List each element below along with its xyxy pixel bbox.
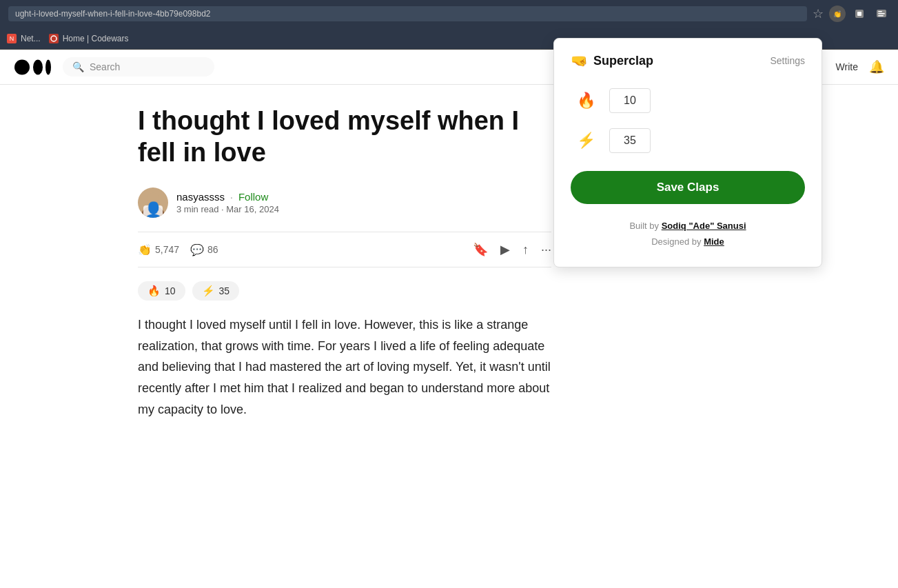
designed-by-name-link[interactable]: Mide bbox=[704, 236, 724, 247]
main-content: I thought I loved myself when I fell in … bbox=[0, 85, 620, 420]
extension-icon-2[interactable] bbox=[851, 6, 868, 22]
svg-point-11 bbox=[45, 59, 51, 74]
write-button[interactable]: Write bbox=[836, 61, 858, 72]
article-title: I thought I loved myself when I fell in … bbox=[138, 105, 551, 168]
save-claps-button[interactable]: Save Claps bbox=[571, 171, 805, 204]
notification-bell-icon[interactable]: 🔔 bbox=[869, 59, 884, 74]
bolt-clap-badge[interactable]: ⚡ 35 bbox=[192, 281, 240, 301]
bolt-icon: ⚡ bbox=[577, 132, 595, 150]
bolt-clap-button[interactable]: ⚡ bbox=[571, 125, 601, 156]
author-name-row: nasyassss · Follow bbox=[176, 191, 279, 203]
claps-stat[interactable]: 👏 5,747 bbox=[138, 243, 179, 256]
article-body: I thought I loved myself until I fell in… bbox=[138, 314, 551, 420]
fire-clap-button[interactable]: 🔥 bbox=[571, 85, 601, 116]
superclap-title: Superclap bbox=[593, 54, 653, 68]
superclap-logo-icon: 🤜 bbox=[571, 52, 588, 69]
bolt-clap-input[interactable] bbox=[609, 128, 651, 153]
read-time: 3 min read bbox=[176, 204, 218, 214]
svg-point-10 bbox=[33, 59, 43, 74]
fire-emoji: 🔥 bbox=[147, 285, 161, 297]
svg-point-9 bbox=[14, 59, 30, 74]
bolt-clap-row: ⚡ bbox=[571, 125, 805, 156]
search-icon: 🔍 bbox=[72, 61, 84, 72]
built-by-line: Built by Sodiq "Ade" Sanusi bbox=[571, 218, 805, 234]
clap-icon: 👏 bbox=[138, 243, 152, 256]
share-icon[interactable]: ↑ bbox=[522, 243, 529, 257]
publish-date: Mar 16, 2024 bbox=[226, 204, 279, 214]
superclap-popup: 🤜 Superclap Settings 🔥 ⚡ Save Claps Buil… bbox=[553, 38, 822, 267]
author-name[interactable]: nasyassss bbox=[176, 191, 225, 203]
tab-codewars[interactable]: Home | Codewars bbox=[49, 34, 129, 43]
fire-clap-input[interactable] bbox=[609, 88, 651, 113]
svg-text:👏: 👏 bbox=[833, 10, 842, 19]
built-by-prefix: Built by bbox=[629, 221, 659, 231]
comment-icon: 💬 bbox=[190, 243, 204, 256]
author-row: 👤 nasyassss · Follow 3 min read · Mar 16… bbox=[138, 187, 620, 218]
clap-badges: 🔥 10 ⚡ 35 bbox=[138, 281, 620, 301]
fire-count: 10 bbox=[165, 285, 176, 296]
tab-label-net: Net... bbox=[21, 34, 41, 43]
follow-button[interactable]: Follow bbox=[238, 191, 268, 203]
designed-by-prefix: Designed by bbox=[651, 236, 701, 247]
svg-rect-3 bbox=[857, 12, 861, 16]
popup-header: 🤜 Superclap Settings bbox=[571, 52, 805, 69]
fire-clap-row: 🔥 bbox=[571, 85, 805, 116]
bookmark-action-icon[interactable]: 🔖 bbox=[473, 242, 488, 257]
search-bar[interactable]: 🔍 Search bbox=[63, 57, 214, 77]
author-avatar: 👤 bbox=[138, 187, 168, 218]
extension-icon-active[interactable]: 👏 bbox=[829, 6, 846, 22]
built-by-section: Built by Sodiq "Ade" Sanusi Designed by … bbox=[571, 218, 805, 250]
browser-chrome: ught-i-loved-myself-when-i-fell-in-love-… bbox=[0, 0, 898, 28]
author-dot: · bbox=[230, 192, 233, 203]
claps-count: 5,747 bbox=[155, 244, 179, 255]
more-options-icon[interactable]: ··· bbox=[541, 243, 551, 257]
tab-label-codewars: Home | Codewars bbox=[63, 34, 129, 43]
tab-favicon-net: N bbox=[7, 34, 17, 43]
bolt-count: 35 bbox=[219, 285, 230, 296]
svg-rect-5 bbox=[878, 11, 882, 12]
built-by-name-link[interactable]: Sodiq "Ade" Sanusi bbox=[662, 221, 746, 231]
svg-rect-6 bbox=[878, 13, 885, 14]
play-icon[interactable]: ▶ bbox=[500, 242, 510, 257]
author-meta: 3 min read · Mar 16, 2024 bbox=[176, 204, 279, 214]
search-label: Search bbox=[90, 61, 120, 72]
author-info: nasyassss · Follow 3 min read · Mar 16, … bbox=[176, 191, 279, 214]
svg-point-8 bbox=[51, 36, 57, 41]
popup-settings-button[interactable]: Settings bbox=[770, 55, 805, 66]
fire-icon: 🔥 bbox=[577, 92, 595, 110]
svg-rect-7 bbox=[878, 15, 884, 17]
extension-icon-3[interactable] bbox=[873, 6, 890, 22]
medium-logo[interactable] bbox=[14, 57, 52, 77]
stats-bar: 👏 5,747 💬 86 🔖 ▶ ↑ ··· bbox=[138, 232, 551, 267]
stats-right: 🔖 ▶ ↑ ··· bbox=[473, 242, 551, 257]
fire-clap-badge[interactable]: 🔥 10 bbox=[138, 281, 185, 301]
address-bar[interactable]: ught-i-loved-myself-when-i-fell-in-love-… bbox=[8, 6, 807, 21]
tab-net[interactable]: N Net... bbox=[7, 34, 41, 43]
comments-stat[interactable]: 💬 86 bbox=[190, 243, 218, 256]
popup-logo: 🤜 Superclap bbox=[571, 52, 653, 69]
svg-text:👤: 👤 bbox=[144, 201, 163, 218]
bolt-emoji: ⚡ bbox=[202, 285, 215, 297]
bookmark-icon[interactable]: ☆ bbox=[813, 6, 824, 21]
designed-by-line: Designed by Mide bbox=[571, 234, 805, 250]
tab-favicon-codewars bbox=[49, 34, 59, 43]
comments-count: 86 bbox=[207, 244, 218, 255]
